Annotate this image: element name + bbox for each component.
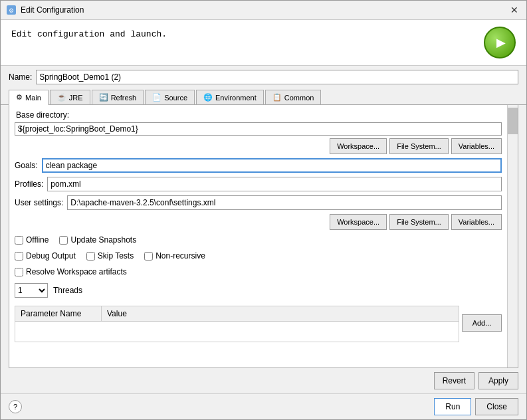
common-tab-label: Common (284, 94, 314, 102)
user-settings-buttons: Workspace... File System... Variables... (15, 214, 502, 230)
checkbox-row-3: Resolve Workspace artifacts (15, 266, 502, 278)
debug-output-checkbox[interactable] (15, 252, 23, 261)
window-title: Edit Configuration (21, 5, 84, 15)
window-icon: ⚙ (6, 5, 17, 15)
goals-input[interactable] (42, 158, 502, 173)
base-dir-section: Base directory: Workspace... File System… (15, 110, 502, 154)
jre-tab-label: JRE (69, 94, 83, 102)
refresh-tab-icon: 🔄 (99, 93, 108, 102)
common-tab-icon: 📋 (272, 93, 282, 102)
user-settings-input[interactable] (67, 195, 502, 210)
offline-checkbox-item[interactable]: Offline (15, 235, 49, 245)
param-table-body (15, 322, 459, 342)
param-col-name-header: Parameter Name (15, 306, 102, 321)
threads-select[interactable]: 1 2 4 (15, 283, 48, 298)
header-area: Edit configuration and launch. (1, 20, 526, 66)
threads-label: Threads (53, 286, 82, 295)
close-button-footer[interactable]: Close (475, 398, 518, 415)
debug-output-label: Debug Output (26, 251, 76, 261)
base-dir-input[interactable] (15, 122, 502, 136)
add-param-button[interactable]: Add... (462, 314, 502, 332)
base-dir-label: Base directory: (15, 110, 502, 120)
tab-refresh[interactable]: 🔄 Refresh (92, 90, 144, 104)
update-snapshots-checkbox[interactable] (59, 236, 68, 245)
name-input[interactable] (36, 70, 518, 84)
environment-tab-icon: 🌐 (203, 93, 213, 102)
non-recursive-checkbox[interactable] (144, 252, 153, 261)
play-button[interactable] (484, 27, 516, 58)
non-recursive-label: Non-recursive (156, 251, 205, 261)
source-tab-icon: 📄 (152, 93, 161, 102)
variables-button-2[interactable]: Variables... (451, 214, 502, 230)
debug-output-checkbox-item[interactable]: Debug Output (15, 251, 76, 261)
tab-source[interactable]: 📄 Source (145, 90, 195, 104)
param-table-row-area: Parameter Name Value Add... (15, 303, 502, 342)
name-label: Name: (9, 72, 32, 82)
title-bar-left: ⚙ Edit Configuration (6, 5, 84, 15)
panel-with-scroll: Base directory: Workspace... File System… (9, 105, 518, 368)
environment-tab-label: Environment (215, 94, 257, 102)
tab-environment[interactable]: 🌐 Environment (196, 90, 264, 104)
param-table-header: Parameter Name Value (15, 306, 459, 322)
scrollbar[interactable] (507, 105, 518, 368)
revert-button[interactable]: Revert (434, 372, 474, 389)
workspace-button-1[interactable]: Workspace... (330, 138, 387, 154)
resolve-workspace-checkbox[interactable] (15, 268, 23, 276)
panel-inner: Base directory: Workspace... File System… (9, 105, 507, 368)
variables-button-1[interactable]: Variables... (451, 138, 502, 154)
update-snapshots-label: Update Snapshots (70, 235, 136, 245)
checkbox-row-1: Offline Update Snapshots (15, 234, 502, 246)
close-button[interactable]: ✕ (508, 5, 521, 15)
offline-label: Offline (26, 235, 49, 245)
main-content: Name: ⚙ Main ☕ JRE 🔄 Refresh 📄 Source 🌐 (1, 66, 526, 393)
profiles-label: Profiles: (15, 179, 43, 189)
footer-right: Run Close (434, 398, 518, 415)
tab-jre[interactable]: ☕ JRE (50, 90, 90, 104)
skip-tests-checkbox-item[interactable]: Skip Tests (86, 251, 134, 261)
apply-button[interactable]: Apply (478, 372, 518, 389)
title-bar: ⚙ Edit Configuration ✕ (1, 1, 526, 20)
source-tab-label: Source (164, 94, 187, 102)
bottom-buttons: Revert Apply (1, 368, 526, 393)
skip-tests-checkbox[interactable] (86, 252, 95, 261)
file-system-button-2[interactable]: File System... (389, 214, 449, 230)
tabs-row: ⚙ Main ☕ JRE 🔄 Refresh 📄 Source 🌐 Enviro… (1, 88, 526, 105)
main-tab-label: Main (25, 94, 41, 102)
offline-checkbox[interactable] (15, 236, 23, 245)
update-snapshots-checkbox-item[interactable]: Update Snapshots (59, 235, 136, 245)
base-dir-buttons: Workspace... File System... Variables... (15, 138, 502, 154)
skip-tests-label: Skip Tests (98, 251, 134, 261)
param-table-container: Parameter Name Value Add... (15, 303, 502, 342)
goals-row: Goals: (15, 158, 502, 173)
header-description: Edit configuration and launch. (11, 27, 167, 39)
user-settings-row: User settings: (15, 195, 502, 210)
scrollbar-thumb[interactable] (508, 108, 518, 134)
main-window: ⚙ Edit Configuration ✕ Edit configuratio… (0, 0, 527, 420)
help-button[interactable]: ? (9, 400, 22, 413)
name-row: Name: (1, 66, 526, 88)
file-system-button-1[interactable]: File System... (389, 138, 449, 154)
run-button[interactable]: Run (434, 398, 471, 415)
resolve-workspace-label: Resolve Workspace artifacts (26, 267, 127, 276)
tab-common[interactable]: 📋 Common (265, 90, 322, 104)
main-tab-icon: ⚙ (16, 93, 23, 102)
profiles-input[interactable] (47, 177, 502, 191)
user-settings-label: User settings: (15, 198, 63, 207)
param-col-value-header: Value (102, 306, 459, 321)
non-recursive-checkbox-item[interactable]: Non-recursive (144, 251, 205, 261)
jre-tab-icon: ☕ (57, 93, 66, 102)
refresh-tab-label: Refresh (111, 94, 137, 102)
goals-label: Goals: (15, 161, 38, 170)
checkbox-row-2: Debug Output Skip Tests Non-recursive (15, 250, 502, 262)
threads-row: 1 2 4 Threads (15, 282, 502, 299)
param-table: Parameter Name Value (15, 306, 459, 342)
footer: ? Run Close (1, 393, 526, 419)
tab-main[interactable]: ⚙ Main (9, 90, 49, 105)
profiles-row: Profiles: (15, 177, 502, 191)
workspace-button-2[interactable]: Workspace... (330, 214, 387, 230)
svg-text:⚙: ⚙ (9, 7, 14, 14)
resolve-workspace-checkbox-item[interactable]: Resolve Workspace artifacts (15, 267, 127, 276)
